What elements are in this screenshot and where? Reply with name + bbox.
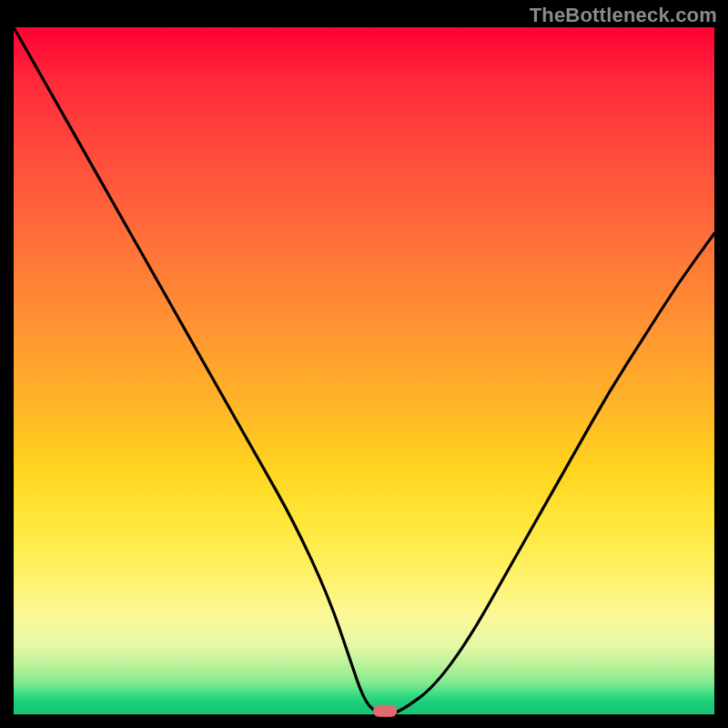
optimal-marker: [373, 705, 397, 717]
chart-frame: TheBottleneck.com: [0, 0, 728, 728]
watermark-text: TheBottleneck.com: [530, 4, 717, 27]
chart-svg: [14, 27, 714, 714]
bottleneck-curve: [14, 27, 714, 714]
plot-area: [14, 27, 714, 714]
